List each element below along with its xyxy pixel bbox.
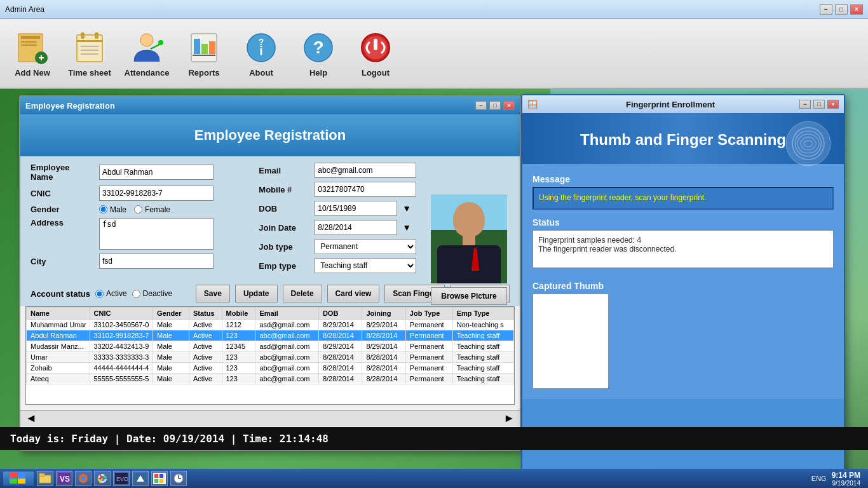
taskbar-icon-firefox[interactable] — [75, 471, 92, 486]
job-type-label: Job type — [259, 242, 309, 252]
dob-input[interactable] — [315, 201, 397, 216]
toolbar-item-help[interactable]: ? Help — [296, 30, 341, 78]
address-input[interactable] — [99, 218, 214, 250]
city-row: City — [31, 254, 247, 269]
emp-type-label: Emp type — [259, 261, 309, 271]
table-row[interactable]: Muhammad Umar33102-3450567-0MaleActive12… — [27, 320, 514, 330]
close-button[interactable]: × — [850, 4, 863, 15]
timesheet-icon — [72, 30, 107, 65]
employee-registration-window: Employee Registration − □ × Employee Reg… — [19, 95, 521, 451]
gender-female-option[interactable]: Female — [134, 205, 170, 214]
status-active-radio[interactable] — [95, 290, 104, 298]
fp-close-button[interactable]: × — [827, 100, 839, 109]
photo-head — [453, 202, 485, 237]
fingerprint-large-icon — [783, 118, 834, 169]
job-type-row: Job type Permanent — [259, 239, 424, 254]
photo-section: Browse Picture — [431, 194, 507, 305]
gender-female-label: Female — [145, 205, 170, 214]
toolbar-item-timesheet[interactable]: Time sheet — [67, 30, 112, 78]
fp-minimize-button[interactable]: − — [799, 100, 811, 109]
toolbar-item-about[interactable]: ? i About — [239, 30, 283, 78]
gender-male-option[interactable]: Male — [99, 205, 126, 214]
toolbar: Add New Time sheet Attend — [0, 19, 868, 89]
employee-name-input[interactable] — [99, 165, 214, 180]
fp-window-controls: − □ × — [799, 100, 839, 109]
status-deactive-option[interactable]: Deactive — [132, 289, 173, 298]
emp-type-select[interactable]: Teaching staff — [315, 258, 416, 273]
svg-rect-8 — [81, 32, 85, 39]
table-row[interactable]: Umar33333-3333333-3MaleActive123abc@gmai… — [27, 352, 514, 363]
table-row[interactable]: Ateeq55555-5555555-5MaleActive123abc@gma… — [27, 374, 514, 384]
taskbar-icon-paint[interactable] — [151, 471, 168, 486]
email-input[interactable] — [315, 163, 416, 178]
scroll-left-button[interactable]: ◄ — [25, 412, 37, 425]
logout-icon — [358, 30, 393, 65]
attendance-label: Attendance — [125, 68, 170, 78]
dob-calendar-icon[interactable]: ▼ — [402, 203, 411, 214]
taskbar-icon-app5[interactable] — [132, 471, 149, 486]
table-scroll-area[interactable]: Name CNIC Gender Status Mobile Email DOB… — [26, 307, 514, 384]
table-nav-row: ◄ ► — [20, 410, 520, 426]
svg-rect-32 — [18, 473, 25, 478]
taskbar-icon-visual-studio[interactable]: VS — [56, 471, 72, 486]
cnic-input[interactable] — [99, 186, 214, 201]
taskbar-icon-clock[interactable] — [170, 471, 187, 486]
table-row[interactable]: Mudassir Manz...33202-4432413-9MaleActiv… — [27, 341, 514, 352]
delete-button[interactable]: Delete — [283, 285, 322, 302]
cnic-label: CNIC — [31, 189, 94, 198]
help-label: Help — [309, 68, 327, 78]
taskbar-icon-files[interactable] — [37, 471, 53, 486]
timesheet-label: Time sheet — [68, 68, 111, 78]
join-date-calendar-icon[interactable]: ▼ — [402, 222, 411, 233]
gender-male-radio[interactable] — [99, 205, 107, 214]
svg-point-40 — [81, 476, 86, 481]
taskbar-clock: 9:14 PM 9/19/2014 — [832, 471, 860, 487]
toolbar-item-logout[interactable]: Logout — [353, 30, 398, 78]
taskbar-icon-evo[interactable]: EVO — [113, 471, 130, 486]
join-date-input[interactable] — [315, 220, 397, 235]
col-emp-type: Emp Type — [452, 308, 513, 320]
job-type-select[interactable]: Permanent — [315, 239, 416, 254]
emp-header: Employee Registration — [20, 114, 520, 156]
mobile-input[interactable] — [315, 182, 416, 197]
toolbar-item-attendance[interactable]: Attendance — [125, 30, 169, 78]
taskbar-clock-time: 9:14 PM — [832, 471, 860, 480]
taskbar-language: ENG — [811, 475, 827, 482]
captured-thumb-section: Captured Thumb — [532, 276, 834, 389]
fp-window-icon: 🪟 — [527, 100, 538, 109]
cnic-row: CNIC — [31, 186, 247, 201]
status-label: Status — [532, 217, 834, 227]
browse-picture-button[interactable]: Browse Picture — [431, 287, 507, 305]
emp-maximize-button[interactable]: □ — [489, 101, 501, 110]
table-row[interactable]: Abdul Rahman33102-9918283-7MaleActive123… — [27, 330, 514, 341]
employee-name-row: Employee Name — [31, 163, 247, 182]
emp-header-title: Employee Registration — [194, 127, 346, 143]
fp-maximize-button[interactable]: □ — [813, 100, 825, 109]
col-status: Status — [189, 308, 222, 320]
status-deactive-radio[interactable] — [132, 290, 140, 298]
card-view-button[interactable]: Card view — [327, 285, 380, 302]
maximize-button[interactable]: □ — [835, 4, 848, 15]
account-status-label: Account status — [31, 289, 90, 299]
minimize-button[interactable]: − — [820, 4, 832, 15]
table-row[interactable]: Zohaib44444-4444444-4MaleActive123abc@gm… — [27, 363, 514, 374]
main-area: Employee Registration − □ × Employee Reg… — [0, 89, 868, 469]
svg-rect-31 — [10, 473, 17, 478]
update-button[interactable]: Update — [235, 285, 278, 302]
save-button[interactable]: Save — [196, 285, 230, 302]
toolbar-item-add-new[interactable]: Add New — [10, 30, 55, 78]
toolbar-item-reports[interactable]: Reports — [182, 30, 226, 78]
svg-rect-48 — [159, 474, 163, 478]
city-input[interactable] — [99, 254, 214, 269]
emp-close-button[interactable]: × — [503, 101, 515, 110]
emp-minimize-button[interactable]: − — [475, 101, 487, 110]
status-active-option[interactable]: Active — [95, 289, 127, 298]
employee-table-container: Name CNIC Gender Status Mobile Email DOB… — [25, 306, 515, 405]
svg-rect-7 — [77, 35, 102, 62]
taskbar-icon-chrome[interactable] — [94, 471, 111, 486]
start-button[interactable] — [3, 471, 34, 486]
gender-female-radio[interactable] — [134, 205, 142, 214]
scroll-right-button[interactable]: ► — [503, 412, 515, 425]
join-date-row: Join Date ▼ — [259, 220, 424, 235]
attendance-icon — [129, 30, 165, 65]
